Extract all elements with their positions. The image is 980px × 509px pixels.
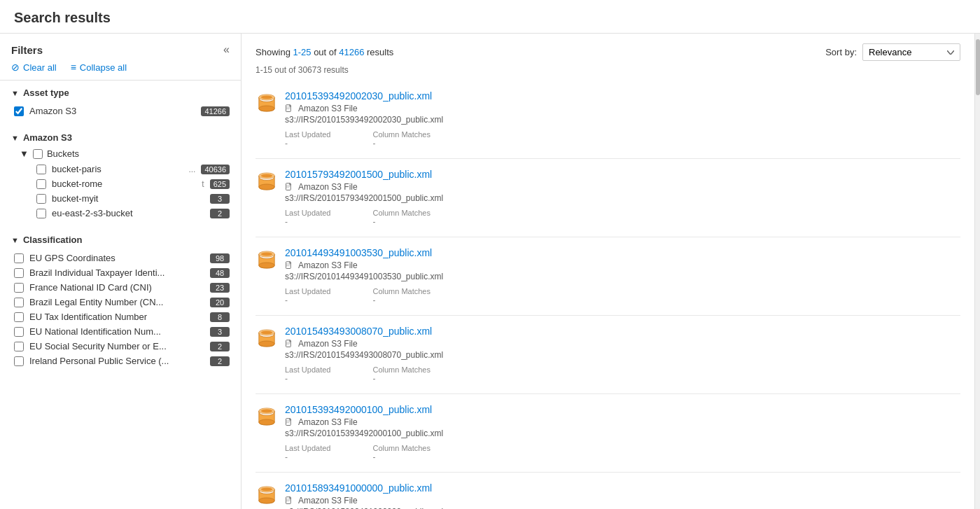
result-item-4: 201015393492000100_public.xml Amazon S3 … [255,394,960,473]
classification-checkbox-4[interactable] [14,312,24,322]
result-item-0: 201015393492002030_public.xml Amazon S3 … [255,81,960,159]
showing-prefix: Showing [255,47,293,57]
amazon-s3-section-header[interactable]: ▼ Amazon S3 [11,132,230,143]
main-content: Showing 1-25 out of 41266 results Sort b… [241,34,974,509]
classification-checkbox-3[interactable] [14,298,24,307]
last-updated-value-1: - [285,217,330,227]
bucket-rome-label: bucket-rome [52,179,196,189]
classification-checkbox-7[interactable] [14,356,24,366]
asset-type-amazon-s3-checkbox[interactable] [14,106,24,116]
result-name-0[interactable]: 201015393492002030_public.xml [285,90,432,102]
classification-checkbox-2[interactable] [14,283,24,293]
result-name-3[interactable]: 201015493493008070_public.xml [285,326,432,337]
asset-type-amazon-s3[interactable]: Amazon S3 41266 [11,104,230,118]
collapse-all-icon: ≡ [71,62,76,73]
s3-icon-1 [255,170,278,193]
classification-checkbox-5[interactable] [14,327,24,337]
result-type-5: Amazon S3 File [285,496,960,505]
classification-item-count-3: 20 [210,298,230,307]
last-updated-label-4: Last Updated [285,444,330,452]
classification-item-7[interactable]: Ireland Personal Public Service (... 2 [11,354,230,368]
results-total-link[interactable]: 41266 [339,47,364,57]
classification-item-5[interactable]: EU National Identification Num... 3 [11,324,230,339]
bucket-paris-item[interactable]: bucket-paris ... 40636 [34,162,230,176]
bucket-myit-checkbox[interactable] [36,194,46,204]
right-scrollbar[interactable] [974,34,980,509]
eu-east-bucket-checkbox[interactable] [36,209,46,218]
sub-results-count: 1-15 out of 30673 results [241,64,974,81]
sort-select[interactable]: Relevance Name Last Updated [862,43,960,61]
result-meta-2: Last Updated - Column Matches - [255,287,960,305]
bucket-rome-checkbox[interactable] [36,179,46,189]
classification-item-1[interactable]: Brazil Individual Taxpayer Identi... 48 [11,265,230,280]
bucket-rome-count: 625 [210,179,230,189]
result-name-2[interactable]: 201014493491003530_public.xml [285,247,432,258]
result-meta-3: Last Updated - Column Matches - [255,365,960,384]
sidebar-scroll: ▼ Asset type Amazon S3 41266 ▼ Amazon S3 [0,81,241,509]
s3-icon-2 [255,249,278,271]
classification-items: EU GPS Coordinates 98 Brazil Individual … [11,251,230,368]
result-name-4[interactable]: 201015393492000100_public.xml [285,404,432,415]
svg-rect-36 [286,419,291,426]
column-matches-label-3: Column Matches [372,365,430,374]
result-item-3: 201015493493008070_public.xml Amazon S3 … [255,316,960,394]
classification-item-count-2: 23 [210,283,230,293]
result-type-3: Amazon S3 File [285,339,960,349]
result-path-1: s3://IRS/201015793492001500_public.xml [285,193,960,203]
classification-item-6[interactable]: EU Social Security Number or E... 2 [11,339,230,354]
page-title: Search results [0,0,980,34]
asset-type-label: Asset type [23,88,69,98]
classification-item-label-0: EU GPS Coordinates [29,253,204,263]
classification-checkbox-6[interactable] [14,342,24,351]
classification-item-2[interactable]: France National ID Card (CNI) 23 [11,280,230,295]
clear-icon: ⊘ [11,62,20,73]
classification-item-count-5: 3 [210,327,230,337]
showing-middle: out of [312,47,340,57]
bucket-rome-item[interactable]: bucket-rome t 625 [34,176,230,191]
amazon-s3-chevron: ▼ [11,134,19,142]
classification-item-count-4: 8 [210,312,230,322]
last-updated-value-0: - [285,139,330,148]
svg-point-35 [261,410,272,413]
buckets-checkbox[interactable] [33,149,43,159]
result-name-1[interactable]: 201015793492001500_public.xml [285,169,432,180]
classification-section-header[interactable]: ▼ Classification [11,235,230,245]
results-range-link[interactable]: 1-25 [293,47,311,57]
bucket-paris-label: bucket-paris [52,164,183,174]
classification-item-count-0: 98 [210,253,230,263]
results-list: 201015393492002030_public.xml Amazon S3 … [241,81,974,509]
result-name-5[interactable]: 201015893491000000_public.xml [285,482,432,494]
column-matches-label-1: Column Matches [372,209,430,217]
buckets-label: Buckets [47,148,79,159]
bucket-paris-count: 40636 [201,165,230,174]
buckets-header[interactable]: ▼ Buckets [20,148,230,159]
collapse-sidebar-button[interactable]: « [223,43,230,56]
s3-icon-4 [255,405,278,428]
column-matches-value-2: - [372,295,430,305]
classification-checkbox-1[interactable] [14,268,24,278]
svg-point-43 [261,488,272,491]
column-matches-value-0: - [372,139,430,148]
svg-point-41 [259,498,274,503]
result-path-4: s3://IRS/201015393492000100_public.xml [285,428,960,438]
result-path-2: s3://IRS/201014493491003530_public.xml [285,272,960,281]
svg-point-33 [259,419,274,425]
column-matches-value-4: - [372,452,430,462]
right-scrollbar-thumb [976,39,980,95]
results-summary: Showing 1-25 out of 41266 results [255,47,393,57]
bucket-myit-item[interactable]: bucket-myit 3 [34,191,230,206]
classification-item-4[interactable]: EU Tax Identification Number 8 [11,309,230,324]
collapse-all-button[interactable]: ≡ Collapse all [71,62,127,73]
eu-east-bucket-item[interactable]: eu-east-2-s3-bucket 2 [34,206,230,221]
result-type-2: Amazon S3 File [285,260,960,270]
classification-item-label-3: Brazil Legal Entity Number (CN... [29,297,204,307]
result-item-2: 201014493491003530_public.xml Amazon S3 … [255,237,960,316]
classification-item-3[interactable]: Brazil Legal Entity Number (CN... 20 [11,295,230,309]
svg-point-9 [259,184,274,190]
bucket-paris-checkbox[interactable] [36,165,46,174]
classification-checkbox-0[interactable] [14,253,24,263]
classification-item-label-6: EU Social Security Number or E... [29,341,204,351]
asset-type-section-header[interactable]: ▼ Asset type [11,88,230,98]
classification-item-0[interactable]: EU GPS Coordinates 98 [11,251,230,265]
clear-all-button[interactable]: ⊘ Clear all [11,62,57,73]
